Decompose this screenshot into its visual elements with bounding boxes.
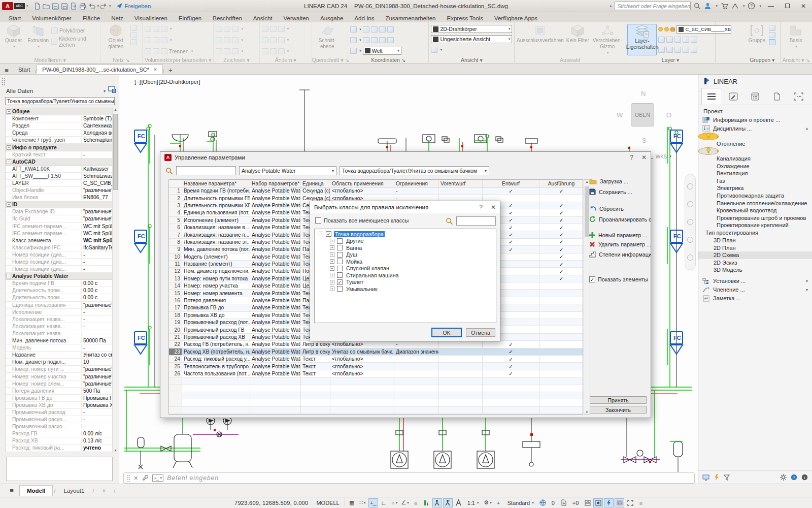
property-value[interactable]: WC mit Spülkasten: [82, 224, 112, 229]
autodesk-logo-icon[interactable]: [731, 3, 739, 10]
dialog-close-button[interactable]: ✕: [641, 154, 647, 161]
tree-node[interactable]: + ✓ Туалет: [315, 279, 496, 286]
node-label[interactable]: Другие: [345, 238, 365, 244]
dialog-help-button[interactable]: ?: [479, 204, 483, 211]
data-filter-dropdown[interactable]: Alle Daten▾: [6, 86, 106, 96]
ribbon-tab[interactable]: Einfügen: [173, 14, 207, 22]
property-value[interactable]: -: [82, 309, 112, 315]
reanalyze-button[interactable]: Проанализировать снова: [589, 216, 651, 223]
property-row[interactable]: ATT_SW_____F1.50 Schmutzwasser: [6, 173, 112, 180]
qat-customize-icon[interactable]: ▾: [109, 4, 111, 8]
panel-label-zeichnen[interactable]: Zeichnen ▾: [214, 57, 259, 63]
collapse-icon[interactable]: [6, 446, 12, 450]
wrench-icon[interactable]: [142, 474, 149, 482]
property-value[interactable]: "различные": [82, 187, 112, 193]
property-row[interactable]: IFC элемент-параме... WC mit Spülkasten: [6, 223, 112, 230]
collapse-icon[interactable]: [6, 288, 12, 293]
property-value[interactable]: 50000 Па: [82, 338, 112, 343]
viewport-minimize-control[interactable]: [−]: [134, 79, 141, 85]
property-value[interactable]: 10: [82, 359, 112, 365]
accept-button[interactable]: Принять: [590, 396, 647, 404]
node-label[interactable]: Умывальник: [345, 286, 379, 292]
ribbon-tab[interactable]: Start: [3, 14, 26, 22]
panel-label-layer[interactable]: Layer ▾: [625, 57, 715, 63]
node-checkbox[interactable]: [337, 245, 343, 250]
collapse-icon[interactable]: [6, 360, 12, 364]
property-row[interactable]: Классификация IFC IfcSanitaryTerminalTy.…: [6, 244, 112, 251]
property-value[interactable]: 0.13 л/с: [82, 438, 112, 443]
collapse-icon[interactable]: [6, 424, 12, 429]
node-label[interactable]: Душ: [345, 251, 358, 258]
model-space-button[interactable]: MODELL: [313, 498, 342, 507]
collapse-icon[interactable]: [6, 231, 12, 236]
ribbon-tab[interactable]: Fläche: [77, 14, 106, 22]
layout1-tab[interactable]: Layout1: [56, 486, 91, 496]
design-type-item[interactable]: 3D План: [698, 237, 812, 244]
collapse-icon[interactable]: [6, 396, 12, 400]
collapse-icon[interactable]: [6, 374, 12, 379]
dialog-help-button[interactable]: ?: [630, 154, 633, 161]
panel-label-auswahl[interactable]: Auswahl: [515, 57, 625, 63]
property-row[interactable]: Data Exchange ID "различные": [6, 208, 112, 215]
discipline-item[interactable]: Водоснабжение (Схема): [698, 147, 719, 155]
property-row[interactable]: Краткий текст -: [6, 151, 112, 158]
expander-icon[interactable]: +: [330, 273, 334, 277]
app-menu-button[interactable]: A ARC ▾: [2, 2, 28, 10]
command-history-button[interactable]: >_▾: [152, 474, 163, 482]
monitor-icon[interactable]: [702, 474, 709, 481]
parameter-set-combo[interactable]: Analyse Potable Water▾: [239, 166, 336, 175]
col-restrictions[interactable]: Ограничения: [394, 180, 439, 187]
expander-icon[interactable]: +: [330, 280, 334, 284]
schnittebene-button[interactable]: Schnitt-ebene: [314, 24, 341, 55]
help-circle-icon[interactable]: ?: [791, 474, 797, 481]
property-row[interactable]: Теплоноситель в тр... ХВ: [6, 452, 112, 453]
property-value[interactable]: -: [82, 252, 112, 258]
property-row[interactable]: ObjectHandle "различные": [6, 187, 112, 194]
property-row[interactable]: Промывка ХВ до Промывка ХВ до: [6, 402, 112, 409]
hardware-acceleration-icon[interactable]: [604, 498, 614, 507]
search-expand-icon[interactable]: ▸: [610, 4, 612, 8]
col-vorentwurf[interactable]: Vorentwurf: [439, 180, 483, 187]
tree-node[interactable]: + Умывальник: [315, 285, 496, 293]
save-as-button[interactable]: [60, 2, 69, 10]
dialog-title-bar[interactable]: Выбрать классы для правила исключения ? …: [310, 201, 500, 213]
property-row[interactable]: Промывочный расход -: [6, 409, 112, 416]
search-input[interactable]: Stichwort oder Frage eingeben: [615, 2, 691, 10]
collapse-icon[interactable]: [6, 209, 12, 214]
new-layout-button[interactable]: +: [95, 486, 113, 496]
collapse-icon[interactable]: [6, 353, 12, 357]
viewcube[interactable]: OBEN: [631, 103, 654, 126]
collapse-icon[interactable]: [6, 152, 12, 157]
annotation-monitor-icon[interactable]: [538, 498, 548, 507]
property-row[interactable]: Класс элемента WC mit Spülkasten: [6, 237, 112, 244]
property-row[interactable]: Номер: номер элем... "различные": [6, 380, 112, 388]
compass-north[interactable]: N: [641, 90, 646, 98]
ausschlussverfahren-button[interactable]: Ausschlussverfahren: [517, 24, 563, 55]
command-prompt[interactable]: Befehl eingeben: [167, 474, 219, 482]
collapse-icon[interactable]: [6, 216, 12, 221]
property-value[interactable]: "различные": [82, 366, 112, 372]
collapse-icon[interactable]: [6, 224, 12, 229]
property-row[interactable]: Расход ГВ 0.00 л/с: [6, 430, 112, 437]
project-info-item[interactable]: Информация о проекте ...: [698, 115, 812, 124]
property-row[interactable]: − AutoCAD: [6, 158, 112, 166]
trennen-button[interactable]: Trennen▾: [145, 47, 193, 55]
property-value[interactable]: EN806_77: [82, 195, 112, 200]
panel-label-ansicht2[interactable]: Ansicht ▾ ↘: [781, 57, 812, 63]
property-value[interactable]: -: [82, 331, 112, 336]
palette-grip[interactable]: [2, 78, 6, 86]
property-row[interactable]: Модель -: [6, 344, 112, 352]
visual-style-combo[interactable]: 2D-Drahtkörper▾: [431, 25, 512, 33]
collapse-icon[interactable]: −: [6, 202, 12, 207]
expander-icon[interactable]: +: [330, 245, 334, 250]
property-row[interactable]: Локализация: назва... -: [6, 316, 112, 323]
property-row[interactable]: Расход ХВ 0.13 л/с: [6, 437, 112, 444]
property-row[interactable]: Номер позиции (диа... -: [6, 251, 112, 259]
property-row[interactable]: Время подачи ГВ 0.00 с: [6, 280, 112, 287]
collapse-icon[interactable]: [6, 167, 12, 171]
collapse-icon[interactable]: [6, 181, 12, 185]
close-tab-icon[interactable]: ✕: [153, 67, 157, 72]
property-row[interactable]: − ID: [6, 201, 112, 208]
node-checkbox[interactable]: [337, 272, 343, 278]
node-checkbox[interactable]: [337, 286, 343, 292]
